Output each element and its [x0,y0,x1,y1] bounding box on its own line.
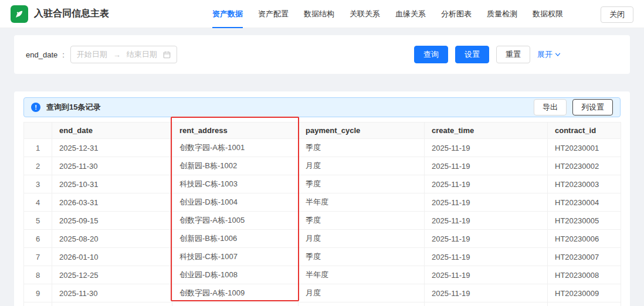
tab-资产配置[interactable]: 资产配置 [258,0,289,28]
cell-payment_cycle: 月度 [299,230,425,248]
page-title: 入驻合同信息主表 [34,8,109,20]
table-header-row: end_daterent_addresspayment_cyclecreate_… [24,123,621,139]
filter-panel: end_date : 开始日期 → 结束日期 查询 设置 重置 [14,35,630,74]
filter-actions: 查询 设置 重置 展开 [414,46,561,63]
column-header-rent_address: rent_address [172,123,299,139]
close-button[interactable]: 关闭 [601,6,633,23]
cell-end_date: 2026-01-10 [52,248,172,266]
range-arrow-icon: → [113,50,121,59]
tab-bar: 资产数据资产配置数据结构关联关系血缘关系分析图表质量检测数据权限 [212,0,563,28]
export-button[interactable]: 导出 [534,99,567,115]
cell-create_time: 2025-11-19 [425,302,548,306]
cell-create_time: 2025-11-19 [425,175,548,193]
filter-colon: : [62,50,65,59]
top-header: 入驻合同信息主表 资产数据资产配置数据结构关联关系血缘关系分析图表质量检测数据权… [0,0,644,28]
expand-toggle[interactable]: 展开 [537,49,561,60]
cell-payment_cycle: 季度 [299,302,425,306]
cell-end_date: 2025-12-25 [52,266,172,284]
date-range-picker[interactable]: 开始日期 → 结束日期 [70,46,177,63]
table-row: 12025-12-31创数字园-A栋-1001季度2025-11-19HT202… [24,139,621,157]
chevron-down-icon [555,52,561,57]
cell-payment_cycle: 季度 [299,212,425,230]
cell-end_date: 2026-03-31 [52,193,172,212]
table-row: 32025-10-31科技园-C栋-1003季度2025-11-19HT2023… [24,175,621,193]
cell-contract_id: HT20230008 [548,266,621,284]
cell-create_time: 2025-11-19 [425,212,548,230]
cell-rent_address: 创业园-D栋-1008 [172,266,299,284]
tab-质量检测[interactable]: 质量检测 [487,0,517,28]
end-date-placeholder[interactable]: 结束日期 [127,49,157,60]
page-content: end_date : 开始日期 → 结束日期 查询 设置 重置 [0,28,644,306]
reset-button[interactable]: 重置 [496,46,530,63]
table-actions: 导出 列设置 [534,99,613,115]
cell-end_date: 2025-10-31 [52,175,172,193]
cell-contract_id: HT20230002 [548,157,621,175]
tab-数据权限[interactable]: 数据权限 [533,0,563,28]
column-settings-button[interactable]: 列设置 [572,99,613,115]
table-row: 102026-02-28创新园-B栋-1010季度2025-11-19HT202… [24,302,621,306]
cell-payment_cycle: 季度 [299,175,425,193]
row-index-cell: 6 [24,230,52,248]
cell-contract_id: HT20230001 [548,139,621,157]
table-row: 72026-01-10科技园-C栋-1007季度2025-11-19HT2023… [24,248,621,266]
row-index-cell: 5 [24,212,52,230]
row-index-cell: 8 [24,266,52,284]
result-summary-bar: ! 查询到15条记录 导出 列设置 [23,97,621,117]
row-index-cell: 7 [24,248,52,266]
cell-payment_cycle: 季度 [299,248,425,266]
filter-field-label: end_date [26,50,57,59]
cell-end_date: 2025-11-30 [52,157,172,175]
settings-button[interactable]: 设置 [455,46,489,63]
table-row: 22025-11-30创新园-B栋-1002月度2025-11-19HT2023… [24,157,621,175]
tab-关联关系[interactable]: 关联关系 [350,0,380,28]
row-index-cell: 1 [24,139,52,157]
cell-rent_address: 创新园-B栋-1006 [172,230,299,248]
cell-contract_id: HT20230010 [548,302,621,306]
cell-contract_id: HT20230004 [548,193,621,212]
cell-create_time: 2025-11-19 [425,193,548,212]
cell-create_time: 2025-11-19 [425,266,548,284]
table-body: 12025-12-31创数字园-A栋-1001季度2025-11-19HT202… [24,139,621,306]
cell-create_time: 2025-11-19 [425,284,548,302]
cell-rent_address: 科技园-C栋-1007 [172,248,299,266]
row-index-cell: 9 [24,284,52,302]
cell-payment_cycle: 月度 [299,157,425,175]
cell-end_date: 2025-09-15 [52,212,172,230]
row-index-header [24,123,52,139]
end-date-filter: end_date : 开始日期 → 结束日期 [26,46,177,63]
cell-end_date: 2025-08-20 [52,230,172,248]
table-row: 82025-12-25创业园-D栋-1008半年度2025-11-19HT202… [24,266,621,284]
column-header-end_date: end_date [52,123,172,139]
cell-end_date: 2025-12-31 [52,139,172,157]
app-logo-icon [11,5,28,23]
expand-label: 展开 [537,49,553,60]
cell-contract_id: HT20230006 [548,230,621,248]
tab-血缘关系[interactable]: 血缘关系 [395,0,426,28]
cell-contract_id: HT20230003 [548,175,621,193]
cell-rent_address: 创业园-D栋-1004 [172,193,299,212]
tab-分析图表[interactable]: 分析图表 [441,0,472,28]
cell-payment_cycle: 季度 [299,139,425,157]
cell-create_time: 2025-11-19 [425,248,548,266]
result-count-text: 查询到15条记录 [46,102,100,113]
cell-rent_address: 创数字园-A栋-1009 [172,284,299,302]
cell-end_date: 2025-11-30 [52,284,172,302]
tab-资产数据[interactable]: 资产数据 [212,0,243,28]
cell-contract_id: HT20230007 [548,248,621,266]
cell-contract_id: HT20230009 [548,284,621,302]
row-index-cell: 10 [24,302,52,306]
query-button[interactable]: 查询 [414,46,448,63]
cell-create_time: 2025-11-19 [425,139,548,157]
data-table: end_daterent_addresspayment_cyclecreate_… [23,122,621,306]
cell-rent_address: 创数字园-A栋-1001 [172,139,299,157]
cell-payment_cycle: 半年度 [299,193,425,212]
row-index-cell: 2 [24,157,52,175]
column-header-contract_id: contract_id [548,123,621,139]
start-date-placeholder[interactable]: 开始日期 [77,49,107,60]
cell-rent_address: 创新园-B栋-1002 [172,157,299,175]
column-header-payment_cycle: payment_cycle [299,123,425,139]
column-header-create_time: create_time [425,123,548,139]
calendar-icon [163,51,171,59]
tab-数据结构[interactable]: 数据结构 [304,0,334,28]
results-panel: ! 查询到15条记录 导出 列设置 end_daterent_addresspa… [14,91,630,306]
